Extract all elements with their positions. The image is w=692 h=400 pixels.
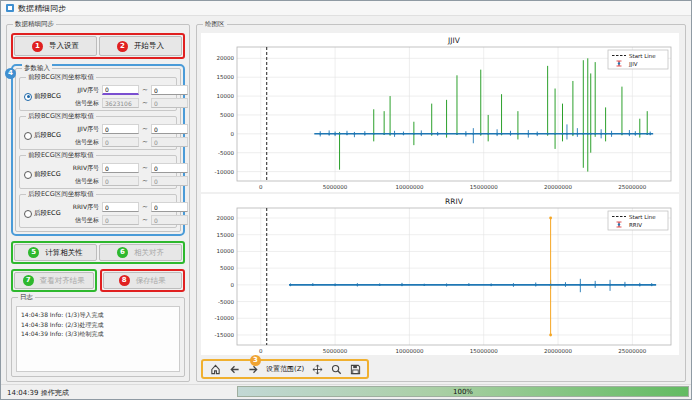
svg-text:15000: 15000	[217, 231, 235, 237]
svg-text:10000: 10000	[217, 248, 235, 254]
svg-text:RRIV: RRIV	[445, 197, 464, 206]
svg-text:Start Line: Start Line	[629, 213, 656, 219]
front-bcg-signal-from-input[interactable]	[102, 98, 139, 108]
back-icon[interactable]	[228, 363, 240, 375]
signal-coord-row: 信号坐标 ~	[69, 215, 188, 225]
log-line: 14:04:38 Info: (1/3)导入完成	[21, 310, 175, 320]
rear-ecg-rriv-from-input[interactable]	[102, 202, 139, 212]
rear-ecg-rriv-to-input[interactable]	[151, 202, 188, 212]
signal-coord-label: 信号坐标	[69, 216, 99, 225]
set-range-button[interactable]: 设置范围(Z)	[266, 364, 304, 374]
step-badge-2: 2	[117, 41, 128, 52]
step-badge-8: 8	[119, 275, 130, 286]
app-icon	[6, 4, 14, 12]
svg-text:5000: 5000	[220, 112, 234, 118]
front-bcg-signal-to-input[interactable]	[151, 98, 188, 108]
rear-ecg-signal-from-input[interactable]	[102, 215, 139, 225]
rriv-chart[interactable]: -15000-10000-500005000100001500020000050…	[201, 194, 679, 355]
tilde: ~	[142, 216, 148, 224]
rear-ecg-radio[interactable]: 后段ECG	[22, 209, 66, 218]
radio-icon	[24, 93, 32, 101]
log-output[interactable]: 14:04:38 Info: (1/3)导入完成 14:04:38 Info: …	[16, 306, 180, 372]
log-group-title: 日志	[18, 293, 35, 302]
rear-bcg-signal-to-input[interactable]	[151, 137, 188, 147]
rriv-index-label: RRIV序号	[69, 164, 99, 173]
signal-coord-label: 信号坐标	[69, 138, 99, 147]
svg-text:-5000: -5000	[218, 150, 234, 156]
view-align-result-button[interactable]: 7 查看对齐结果	[14, 272, 94, 289]
rear-bcg-radio[interactable]: 后段BCG	[22, 131, 66, 140]
radio-icon	[24, 132, 32, 140]
svg-text:0: 0	[259, 348, 263, 354]
window-title: 数据精细同步	[18, 3, 66, 14]
rear-bcg-signal-from-input[interactable]	[102, 137, 139, 147]
rear-bcg-jjiv-from-input[interactable]	[102, 124, 139, 134]
tilde: ~	[142, 138, 148, 146]
jjiv-index-label: JJIV序号	[69, 86, 99, 95]
rear-bcg-radio-label: 后段BCG	[34, 131, 61, 140]
start-import-button[interactable]: 2 开始导入	[99, 36, 182, 56]
front-ecg-radio[interactable]: 前段ECG	[22, 170, 66, 179]
front-bcg-jjiv-to-input[interactable]	[151, 85, 188, 95]
section-rear-bcg-title: 后段BCG区间坐标取值	[26, 112, 96, 121]
section-rear-bcg: 后段BCG区间坐标取值 后段BCG JJIV序号 ~	[19, 116, 177, 150]
save-figure-icon[interactable]	[349, 363, 361, 375]
signal-coord-row: 信号坐标 ~	[69, 137, 188, 147]
svg-text:-5000: -5000	[218, 298, 234, 304]
front-ecg-rriv-from-input[interactable]	[102, 163, 139, 173]
rear-ecg-signal-to-input[interactable]	[151, 215, 188, 225]
params-frame: 4 参数输入 前段BCG区间坐标取值 前段BCG	[11, 64, 185, 236]
svg-text:0: 0	[231, 131, 235, 137]
view-result-frame: 7 查看对齐结果	[11, 269, 97, 292]
svg-text:20000: 20000	[217, 55, 235, 61]
svg-text:10000000: 10000000	[395, 184, 423, 190]
pan-icon[interactable]	[311, 363, 323, 375]
svg-text:25000000: 25000000	[618, 348, 646, 354]
radio-icon	[24, 171, 32, 179]
section-front-bcg: 前段BCG区间坐标取值 前段BCG JJIV序号 ~	[19, 77, 177, 111]
import-settings-button[interactable]: 1 导入设置	[14, 36, 97, 56]
svg-text:JJIV: JJIV	[447, 36, 461, 45]
rear-bcg-jjiv-to-input[interactable]	[151, 124, 188, 134]
jjiv-chart[interactable]: -10000-500005000100001500020000050000001…	[201, 33, 679, 192]
svg-text:25000000: 25000000	[618, 184, 646, 190]
correlation-align-button[interactable]: 6 相关对齐	[99, 244, 182, 261]
svg-text:Start Line: Start Line	[629, 53, 656, 59]
calc-correlation-label: 计算相关性	[45, 248, 83, 258]
view-align-result-label: 查看对齐结果	[40, 276, 85, 286]
front-ecg-signal-to-input[interactable]	[151, 176, 188, 186]
svg-text:20000: 20000	[217, 215, 235, 221]
svg-text:-10000: -10000	[215, 315, 235, 321]
signal-coord-label: 信号坐标	[69, 177, 99, 186]
step-badge-5: 5	[28, 247, 39, 258]
start-import-label: 开始导入	[134, 41, 164, 51]
front-ecg-rriv-to-input[interactable]	[151, 163, 188, 173]
jjiv-index-row: JJIV序号 ~	[69, 124, 188, 134]
front-bcg-jjiv-from-input[interactable]	[102, 85, 139, 95]
status-bar: 14:04:39 操作完成 100%	[1, 384, 691, 399]
status-text: 14:04:39 操作完成	[7, 388, 69, 398]
main-content: 数据精细同步 1 导入设置 2 开始导入 4 参数输入 前段BCG区间坐标取值	[1, 16, 691, 382]
rriv-index-row: RRIV序号 ~	[69, 163, 188, 173]
home-icon[interactable]	[209, 363, 221, 375]
jjiv-index-label: JJIV序号	[69, 125, 99, 134]
front-ecg-signal-from-input[interactable]	[102, 176, 139, 186]
rear-ecg-radio-label: 后段ECG	[34, 209, 61, 218]
signal-coord-row: 信号坐标 ~	[69, 176, 188, 186]
tilde: ~	[142, 99, 148, 107]
tilde: ~	[142, 86, 148, 94]
front-bcg-radio[interactable]: 前段BCG	[22, 92, 66, 101]
import-settings-label: 导入设置	[49, 41, 79, 51]
section-front-bcg-title: 前段BCG区间坐标取值	[26, 73, 96, 82]
svg-text:0: 0	[259, 184, 263, 190]
svg-text:15000000: 15000000	[470, 184, 498, 190]
svg-text:-10000: -10000	[215, 169, 235, 175]
svg-text:0: 0	[231, 281, 235, 287]
svg-text:RRIV: RRIV	[629, 221, 642, 227]
step-badge-6: 6	[117, 247, 128, 258]
plot-panel-title: 绘图区	[203, 20, 227, 29]
progress-label: 100%	[453, 388, 473, 396]
calc-correlation-button[interactable]: 5 计算相关性	[14, 244, 97, 261]
zoom-icon[interactable]	[330, 363, 342, 375]
save-result-button[interactable]: 8 保存结果	[103, 272, 183, 289]
